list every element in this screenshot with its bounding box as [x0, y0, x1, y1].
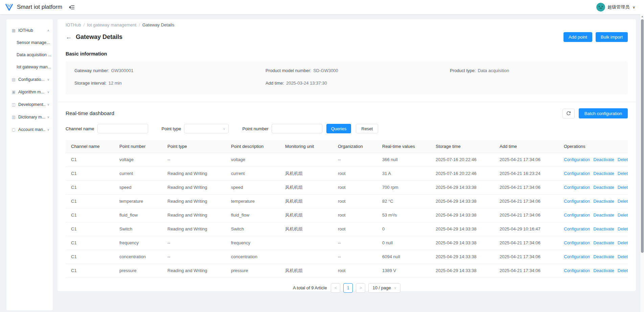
breadcrumb-item-iot-gateway-management[interactable]: Iot gateway management — [87, 22, 136, 27]
scrollbar-track[interactable]: ▲ — [640, 14, 644, 312]
delete-link[interactable]: Delete — [618, 213, 628, 218]
deactivate-link[interactable]: Deactivate — [593, 240, 614, 245]
table-cell: concentration — [114, 250, 162, 264]
refresh-button[interactable] — [562, 109, 575, 118]
table-cell: 366 null — [377, 153, 430, 166]
deactivate-link[interactable]: Deactivate — [593, 226, 614, 231]
algorithm-icon: ▣ — [12, 90, 16, 94]
sidebar-item-algorithm-m[interactable]: ▣Algorithm m...∨ — [6, 86, 53, 98]
column-header-real-time-values: Real-time values — [377, 140, 430, 153]
point-type-select[interactable]: ∨ — [184, 124, 229, 133]
deactivate-link[interactable]: Deactivate — [593, 254, 614, 259]
column-header-add-time: Add time — [494, 140, 558, 153]
deactivate-link[interactable]: Deactivate — [593, 157, 614, 162]
deactivate-link[interactable]: Deactivate — [593, 199, 614, 204]
configuration-link[interactable]: Configuration — [564, 268, 590, 273]
delete-link[interactable]: Delete — [618, 254, 628, 259]
reset-button[interactable]: Reset — [356, 124, 378, 133]
scrollbar-thumb[interactable] — [641, 19, 644, 253]
table-cell: current — [226, 166, 280, 180]
queries-button[interactable]: Queries — [326, 124, 351, 133]
pagination-prev-button[interactable]: < — [331, 283, 340, 293]
page-size-select[interactable]: 10 / page ∨ — [368, 283, 400, 293]
sidebar-item-dictionary-m[interactable]: ▥Dictionary m...∨ — [6, 111, 53, 123]
sidebar-item-development[interactable]: ◫Development...∨ — [6, 98, 53, 111]
deactivate-link[interactable]: Deactivate — [593, 185, 614, 190]
configuration-link[interactable]: Configuration — [564, 213, 590, 218]
table-cell: 2025-04-21 17:34:06 — [494, 180, 558, 194]
sidebar-item-account-man[interactable]: ▢Account man...∨ — [6, 123, 53, 136]
configuration-icon: ▤ — [12, 77, 16, 82]
pagination-page-1[interactable]: 1 — [343, 283, 353, 293]
delete-link[interactable]: Delete — [618, 199, 628, 204]
deactivate-link[interactable]: Deactivate — [593, 213, 614, 218]
configuration-link[interactable]: Configuration — [564, 254, 590, 259]
delete-link[interactable]: Delete — [618, 268, 628, 273]
info-field-gateway-number: Gateway number:GW300001 — [74, 68, 266, 73]
sidebar-subitem-sensor-manage[interactable]: Sensor manage... — [6, 37, 53, 49]
table-cell: root — [332, 180, 377, 194]
user-menu[interactable]: 超级管理员 ∨ — [596, 3, 635, 12]
table-cell: 2025-07-16 20:22:46 — [430, 153, 494, 166]
delete-link[interactable]: Delete — [618, 240, 628, 245]
configuration-link[interactable]: Configuration — [564, 226, 590, 231]
configuration-link[interactable]: Configuration — [564, 171, 590, 176]
pagination: A total of 9 Article < 1 > 10 / page ∨ — [66, 283, 628, 293]
page-size-value: 10 / page — [372, 285, 391, 290]
operations-cell: ConfigurationDeactivateDelete — [558, 236, 628, 250]
table-cell: root — [332, 222, 377, 236]
menu-fold-icon[interactable] — [69, 5, 75, 10]
user-name: 超级管理员 — [607, 4, 629, 10]
breadcrumb-item-iothub[interactable]: IOTHub — [66, 22, 81, 27]
table-cell: fluid_flow — [114, 208, 162, 222]
app-title: Smart iot platform — [17, 4, 68, 10]
table-cell: -- — [332, 153, 377, 166]
sidebar-item-configuratio[interactable]: ▤Configuratio...∨ — [6, 73, 53, 86]
sidebar-item-label: Dictionary m... — [18, 115, 46, 119]
delete-link[interactable]: Delete — [618, 171, 628, 176]
delete-link[interactable]: Delete — [618, 226, 628, 231]
scrollbar-up-arrow[interactable]: ▲ — [640, 15, 644, 19]
table-cell: 2025-04-29 10:16:47 — [494, 222, 558, 236]
table-cell: -- — [332, 250, 377, 264]
chevron-down-icon: ∨ — [632, 5, 635, 9]
delete-link[interactable]: Delete — [618, 185, 628, 190]
add-point-button[interactable]: Add point — [564, 32, 592, 42]
table-cell: root — [332, 208, 377, 222]
operations-cell: ConfigurationDeactivateDelete — [558, 208, 628, 222]
table-cell: 风机机组 — [280, 222, 332, 236]
pagination-next-button[interactable]: > — [356, 283, 365, 293]
sidebar-item-iothub[interactable]: ▦IOTHub∧ — [6, 24, 53, 37]
deactivate-link[interactable]: Deactivate — [593, 171, 614, 176]
table-cell: 风机机组 — [280, 208, 332, 222]
configuration-link[interactable]: Configuration — [564, 199, 590, 204]
back-arrow-icon[interactable]: ← — [66, 34, 72, 40]
table-cell: Reading and Writing — [162, 194, 226, 208]
sidebar-subitem-iot-gateway-man[interactable]: Iot gateway man... — [6, 61, 53, 73]
configuration-link[interactable]: Configuration — [564, 240, 590, 245]
point-number-input[interactable] — [272, 124, 322, 133]
deactivate-link[interactable]: Deactivate — [593, 268, 614, 273]
breadcrumb-item-gateway-details[interactable]: Gateway Details — [142, 22, 175, 27]
table-cell: 2025-04-21 17:34:06 — [494, 194, 558, 208]
main-panel: IOTHub/Iot gateway management/Gateway De… — [58, 19, 636, 291]
info-field-add-time: Add time:2025-03-24 13:37:30 — [266, 81, 450, 86]
delete-link[interactable]: Delete — [618, 157, 628, 162]
table-cell: 2025-04-29 14:33:38 — [430, 250, 494, 264]
info-label: Product type: — [450, 68, 476, 73]
sidebar-subitem-data-acquisition[interactable]: Data acquisition ... — [6, 49, 53, 61]
column-header-organization: Organization — [332, 140, 377, 153]
batch-configuration-button[interactable]: Batch configuration — [579, 108, 628, 118]
bulk-import-button[interactable]: Bulk import — [596, 32, 628, 42]
configuration-link[interactable]: Configuration — [564, 157, 590, 162]
table-cell: speed — [114, 180, 162, 194]
table-cell — [280, 250, 332, 264]
channel-name-input[interactable] — [97, 124, 148, 133]
column-header-point-number: Point number — [114, 140, 162, 153]
refresh-icon — [566, 111, 571, 116]
point-number-label: Point number — [242, 126, 268, 131]
table-cell: C1 — [66, 153, 114, 166]
configuration-link[interactable]: Configuration — [564, 185, 590, 190]
table-row: C1SwitchReading and WritingSwitch风机机组roo… — [66, 222, 628, 236]
operations-cell: ConfigurationDeactivateDelete — [558, 222, 628, 236]
